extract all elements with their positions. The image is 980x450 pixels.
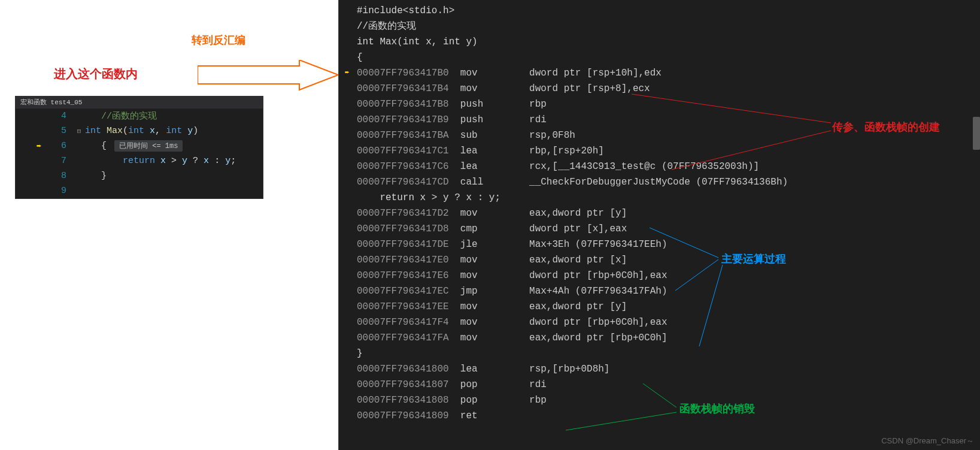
asm-source-line: { xyxy=(345,50,980,65)
line-number: 4 xyxy=(45,111,75,121)
code-line[interactable]: 8 } xyxy=(16,168,263,183)
asm-address: 00007FF7963417E0 xyxy=(357,252,449,268)
asm-operands: rbp xyxy=(529,392,547,408)
asm-address: 00007FF7963417C1 xyxy=(357,143,449,159)
asm-operands: rdi xyxy=(529,112,547,128)
asm-operands: __CheckForDebuggerJustMyCode (07FF796341… xyxy=(529,174,788,190)
asm-mnemonic: lea xyxy=(460,159,529,174)
asm-mnemonic: mov xyxy=(460,268,529,283)
asm-operands: rsp,[rbp+0D8h] xyxy=(529,361,609,377)
asm-mnemonic: mov xyxy=(460,315,529,330)
asm-address: 00007FF7963417D8 xyxy=(357,221,449,237)
asm-source-line: return x > y ? x : y; xyxy=(345,190,980,206)
asm-instruction-line[interactable]: 00007FF7963417CD call __CheckForDebugger… xyxy=(345,174,980,190)
asm-instruction-line[interactable]: 00007FF7963417D8 cmp dword ptr [x],eax xyxy=(345,221,980,237)
line-number: 5 xyxy=(45,126,75,136)
asm-address: 00007FF796341809 xyxy=(357,408,449,424)
asm-address: 00007FF7963417C6 xyxy=(357,159,449,174)
code-line[interactable]: 4 //函数的实现 xyxy=(16,108,263,123)
asm-operands: rcx,[__1443C913_test@c (07FF796352003h)] xyxy=(529,159,759,174)
fold-toggle-icon[interactable]: ⊟ xyxy=(75,127,83,135)
execution-pointer-icon: ➨ xyxy=(345,65,350,81)
code-line[interactable]: 5⊟int Max(int x, int y) xyxy=(16,123,263,138)
asm-instruction-line[interactable]: 00007FF7963417E0 mov eax,dword ptr [x] xyxy=(345,252,980,268)
asm-operands: eax,dword ptr [y] xyxy=(529,299,627,315)
asm-instruction-line[interactable]: 00007FF7963417DE jle Max+3Eh (07FF796341… xyxy=(345,237,980,252)
asm-instruction-line[interactable]: ➨00007FF7963417B0 mov dword ptr [rsp+10h… xyxy=(345,65,980,81)
code-text: } xyxy=(85,171,263,181)
asm-instruction-line[interactable]: 00007FF7963417EE mov eax,dword ptr [y] xyxy=(345,299,980,315)
asm-mnemonic: mov xyxy=(460,252,529,268)
asm-mnemonic: ret xyxy=(460,408,529,424)
asm-mnemonic: mov xyxy=(460,81,529,96)
asm-operands: eax,dword ptr [y] xyxy=(529,206,627,221)
asm-operands: rbp,[rsp+20h] xyxy=(529,143,604,159)
asm-instruction-line[interactable]: 00007FF7963417EC jmp Max+4Ah (07FF796341… xyxy=(345,283,980,299)
asm-operands: Max+4Ah (07FF7963417FAh) xyxy=(529,283,667,299)
line-number: 9 xyxy=(45,186,75,196)
asm-address: 00007FF7963417E6 xyxy=(357,268,449,283)
asm-address: 00007FF7963417DE xyxy=(357,237,449,252)
asm-instruction-line[interactable]: 00007FF7963417F4 mov dword ptr [rbp+0C0h… xyxy=(345,315,980,330)
asm-mnemonic: cmp xyxy=(460,221,529,237)
asm-instruction-line[interactable]: 00007FF7963417D2 mov eax,dword ptr [y] xyxy=(345,206,980,221)
asm-instruction-line[interactable]: 00007FF796341800 lea rsp,[rbp+0D8h] xyxy=(345,361,980,377)
asm-mnemonic: mov xyxy=(460,206,529,221)
asm-mnemonic: push xyxy=(460,96,529,112)
asm-address: 00007FF7963417B0 xyxy=(357,65,449,81)
asm-source-line: } xyxy=(345,346,980,361)
code-line[interactable]: 9 xyxy=(16,183,263,198)
asm-instruction-line[interactable]: 00007FF7963417C6 lea rcx,[__1443C913_tes… xyxy=(345,159,980,174)
code-line[interactable]: 7 return x > y ? x : y; xyxy=(16,153,263,168)
editor-tab-header[interactable]: 宏和函数 test4_05 xyxy=(16,96,263,108)
asm-source-line: //函数的实现 xyxy=(345,19,980,34)
asm-operands: eax,dword ptr [rbp+0C0h] xyxy=(529,330,667,346)
asm-address: 00007FF7963417CD xyxy=(357,174,449,190)
scrollbar-track[interactable] xyxy=(971,0,980,450)
asm-address: 00007FF7963417BA xyxy=(357,128,449,143)
asm-instruction-line[interactable]: 00007FF796341807 pop rdi xyxy=(345,377,980,392)
asm-mnemonic: jmp xyxy=(460,283,529,299)
asm-operands: rdi xyxy=(529,377,547,392)
asm-mnemonic: pop xyxy=(460,392,529,408)
asm-address: 00007FF7963417EC xyxy=(357,283,449,299)
asm-instruction-line[interactable]: 00007FF7963417E6 mov dword ptr [rbp+0C0h… xyxy=(345,268,980,283)
asm-mnemonic: call xyxy=(460,174,529,190)
asm-mnemonic: lea xyxy=(460,361,529,377)
asm-instruction-line[interactable]: 00007FF7963417B8 push rbp xyxy=(345,96,980,112)
asm-mnemonic: lea xyxy=(460,143,529,159)
code-text: { 已用时间 <= 1ms xyxy=(85,140,263,152)
asm-source-line: int Max(int x, int y) xyxy=(345,34,980,50)
asm-instruction-line[interactable]: 00007FF7963417FA mov eax,dword ptr [rbp+… xyxy=(345,330,980,346)
asm-mnemonic: mov xyxy=(460,299,529,315)
asm-mnemonic: mov xyxy=(460,65,529,81)
asm-address: 00007FF7963417B8 xyxy=(357,96,449,112)
asm-address: 00007FF7963417B9 xyxy=(357,112,449,128)
annotation-stack-destroy: 函数栈帧的销毁 xyxy=(679,401,755,416)
line-number: 8 xyxy=(45,171,75,181)
annotation-param-stack: 传参、函数栈帧的创建 xyxy=(832,120,940,134)
execution-pointer-icon: ➨ xyxy=(37,141,41,151)
asm-instruction-line[interactable]: 00007FF796341808 pop rbp xyxy=(345,392,980,408)
asm-instruction-line[interactable]: 00007FF7963417C1 lea rbp,[rsp+20h] xyxy=(345,143,980,159)
scrollbar-thumb[interactable] xyxy=(973,117,980,150)
asm-operands: rbp xyxy=(529,96,547,112)
asm-instruction-line[interactable]: 00007FF7963417B4 mov dword ptr [rsp+8],e… xyxy=(345,81,980,96)
asm-operands: dword ptr [x],eax xyxy=(529,221,627,237)
line-number: 6 xyxy=(45,141,75,151)
line-number: 7 xyxy=(45,156,75,166)
code-text: //函数的实现 xyxy=(85,110,263,122)
code-line[interactable]: ➨6 { 已用时间 <= 1ms xyxy=(16,138,263,153)
asm-mnemonic: sub xyxy=(460,128,529,143)
asm-address: 00007FF796341807 xyxy=(357,377,449,392)
watermark: CSDN @Dream_Chaser～ xyxy=(881,436,974,446)
annotation-main-calc: 主要运算过程 xyxy=(721,252,786,266)
asm-address: 00007FF7963417FA xyxy=(357,330,449,346)
asm-address: 00007FF7963417B4 xyxy=(357,81,449,96)
asm-mnemonic: push xyxy=(460,112,529,128)
disassembly-panel: #include<stdio.h>//函数的实现int Max(int x, i… xyxy=(338,0,980,450)
asm-operands: Max+3Eh (07FF7963417EEh) xyxy=(529,237,667,252)
asm-address: 00007FF796341800 xyxy=(357,361,449,377)
asm-mnemonic: pop xyxy=(460,377,529,392)
asm-instruction-line[interactable]: 00007FF796341809 ret xyxy=(345,408,980,424)
